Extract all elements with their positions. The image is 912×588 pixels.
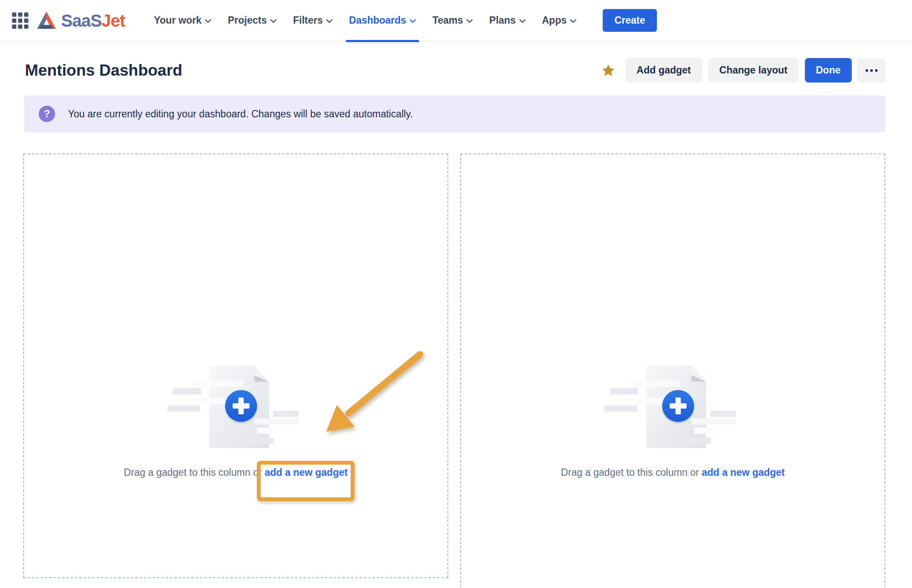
create-button[interactable]: Create [603,9,657,32]
gadget-column-right[interactable]: Drag a gadget to this column or add a ne… [460,153,885,588]
gadget-placeholder: Drag a gadget to this column or add a ne… [461,362,884,478]
page-title: Mentions Dashboard [25,61,182,80]
nav-apps[interactable]: Apps [534,0,585,41]
saasjet-logo[interactable]: SaaSJet [36,11,125,31]
nav-dashboards[interactable]: Dashboards [341,0,424,41]
help-question-icon: ? [39,106,55,122]
top-navigation-bar: SaaSJet Your work Projects Filters Dashb… [0,0,912,42]
nav-plans[interactable]: Plans [481,0,533,41]
edit-mode-message: You are currently editing your dashboard… [68,108,413,120]
gadget-placeholder: Drag a gadget to this column or add a ne… [24,362,447,478]
drag-gadget-hint: Drag a gadget to this column or add a ne… [561,467,785,478]
chevron-down-icon [205,19,211,23]
chevron-down-icon [570,19,576,23]
add-new-gadget-link[interactable]: add a new gadget [702,467,785,478]
nav-filters[interactable]: Filters [285,0,341,41]
edit-mode-banner: ? You are currently editing your dashboa… [24,95,885,132]
add-gadget-illustration [165,362,307,453]
nav-your-work[interactable]: Your work [146,0,220,41]
app-switcher-icon[interactable] [12,12,28,29]
gadget-column-left[interactable]: Drag a gadget to this column or add a ne… [23,153,448,578]
dashboard-columns: Drag a gadget to this column or add a ne… [23,153,885,588]
page-header: Mentions Dashboard Add gadget Change lay… [25,58,885,83]
add-gadget-button[interactable]: Add gadget [625,58,702,83]
nav-projects[interactable]: Projects [219,0,285,41]
saasjet-wordmark: SaaSJet [61,12,125,29]
chevron-down-icon [270,19,277,23]
chevron-down-icon [466,19,473,23]
ellipsis-icon [866,69,868,72]
more-options-button[interactable] [858,58,885,83]
nav-teams[interactable]: Teams [424,0,481,41]
add-new-gadget-link[interactable]: add a new gadget [265,467,348,478]
favorite-star-icon[interactable] [601,63,616,78]
change-layout-button[interactable]: Change layout [708,58,798,83]
saasjet-logo-icon [36,11,57,31]
chevron-down-icon [326,19,333,23]
done-button[interactable]: Done [805,58,852,83]
chevron-down-icon [519,19,526,23]
chevron-down-icon [410,19,416,23]
main-nav: Your work Projects Filters Dashboards Te… [146,0,585,41]
header-actions: Add gadget Change layout Done [601,58,885,83]
add-gadget-illustration [602,362,744,453]
drag-gadget-hint: Drag a gadget to this column or add a ne… [124,467,348,478]
